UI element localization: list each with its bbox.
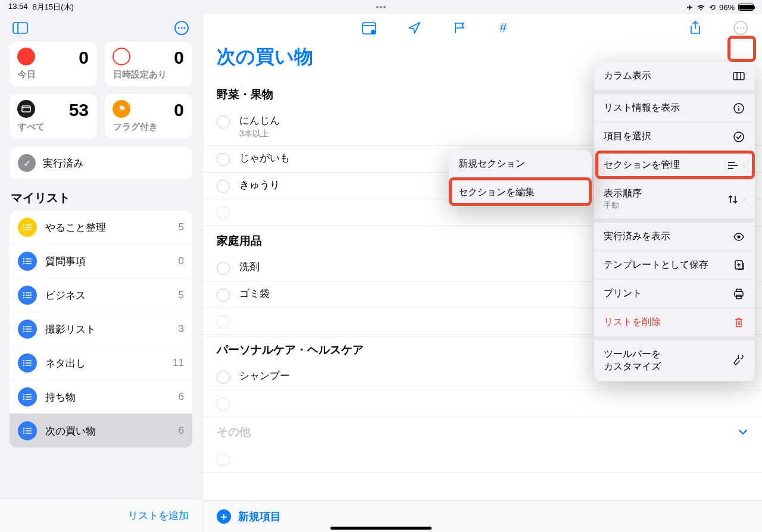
section-name: 家庭用品 <box>217 233 262 249</box>
chevron-right-icon: › <box>743 161 745 170</box>
submenu-item[interactable]: 新規セクション <box>449 150 592 179</box>
more-icon[interactable] <box>731 18 750 37</box>
todo-item[interactable] <box>202 390 762 417</box>
checkbox-icon[interactable] <box>217 115 230 129</box>
tag-icon[interactable]: # <box>495 18 514 37</box>
new-item-label: 新規項目 <box>238 509 281 524</box>
submenu-label: 新規セクション <box>458 158 525 170</box>
svg-point-27 <box>23 328 25 330</box>
list-name: 次の買い物 <box>45 424 96 438</box>
menu-label: プリント <box>604 288 642 298</box>
svg-point-15 <box>23 261 25 262</box>
svg-point-38 <box>23 394 25 396</box>
list-name: ビジネス <box>45 289 86 302</box>
flag-icon[interactable] <box>450 18 469 37</box>
list-name: やること整理 <box>45 221 106 234</box>
svg-rect-72 <box>736 295 741 299</box>
list-count: 6 <box>179 425 184 437</box>
checkbox-icon[interactable] <box>217 453 230 466</box>
menu-item[interactable]: 実行済みを表示 <box>594 223 755 251</box>
completed-row[interactable]: ✓ 実行済み <box>10 147 192 179</box>
sidebar-toggle-icon[interactable] <box>11 18 30 37</box>
svg-rect-71 <box>735 292 743 296</box>
todo-item[interactable] <box>202 446 762 472</box>
context-menu: カラム表示リスト情報を表示項目を選択セクションを管理›表示順序手動›実行済みを表… <box>594 62 755 381</box>
svg-point-46 <box>23 433 25 434</box>
multitask-dots[interactable] <box>376 6 386 8</box>
share-icon[interactable] <box>686 18 705 37</box>
svg-point-33 <box>23 362 25 364</box>
svg-point-45 <box>23 430 25 432</box>
location-icon[interactable] <box>405 18 424 37</box>
menu-label: カラム表示 <box>604 70 651 80</box>
todo-text: じゃがいも <box>239 152 290 165</box>
calendar-icon[interactable] <box>360 18 379 37</box>
menu-item[interactable]: プリント <box>594 280 755 308</box>
list-item[interactable]: 撮影リスト3 <box>10 312 192 346</box>
menu-item[interactable]: テンプレートとして保存 <box>594 251 755 280</box>
smart-card-icon <box>17 100 35 118</box>
smart-card-count: 0 <box>174 48 184 68</box>
list-item[interactable]: 質問事項0 <box>10 244 192 278</box>
todo-text: にんじん <box>239 114 280 127</box>
menu-item[interactable]: セクションを管理› <box>594 151 755 180</box>
list-item[interactable]: 持ち物6 <box>10 380 192 414</box>
completed-label: 実行済み <box>43 157 83 170</box>
checkbox-icon[interactable] <box>217 206 230 220</box>
svg-point-16 <box>23 263 25 265</box>
battery-percent: 96% <box>719 3 735 12</box>
list-item[interactable]: ネタ出し11 <box>10 346 192 380</box>
smart-card-icon: 15 <box>113 48 130 65</box>
battery-icon <box>738 4 754 11</box>
submenu-item[interactable]: セクションを編集 <box>449 179 592 206</box>
list-icon <box>18 421 37 440</box>
menu-label: テンプレートとして保存 <box>604 259 708 270</box>
print-icon <box>732 289 745 299</box>
smart-card-count: 0 <box>79 48 89 68</box>
menu-item[interactable]: リストを削除 <box>594 308 755 340</box>
svg-point-9 <box>23 227 25 229</box>
checkbox-icon[interactable] <box>217 180 230 193</box>
list-count: 5 <box>179 289 184 301</box>
section-header[interactable]: その他 <box>202 417 762 446</box>
checkbox-icon[interactable] <box>217 289 230 302</box>
smart-card-icon: ⚑ <box>113 100 130 118</box>
add-list-button[interactable]: リストを追加 <box>128 510 189 521</box>
more-menu-icon[interactable] <box>172 18 191 37</box>
menu-item[interactable]: 項目を選択 <box>594 123 755 151</box>
list-item[interactable]: ビジネス5 <box>10 278 192 312</box>
smart-card[interactable]: ⚑0フラグ付き <box>105 94 192 139</box>
sidebar: 0今日150日時設定あり53すべて⚑0フラグ付き ✓ 実行済み マイリスト やる… <box>0 14 202 532</box>
main-panel: # 次の買い物 野菜・果物にんじん3本以上じゃがいもきゅうり家庭用品洗剤ゴミ袋パ… <box>202 14 762 532</box>
svg-point-64 <box>734 132 744 142</box>
list-item[interactable]: 次の買い物6 <box>10 414 192 447</box>
check-icon <box>732 132 745 142</box>
checkbox-icon[interactable] <box>217 398 230 411</box>
svg-point-34 <box>23 365 25 367</box>
menu-item[interactable]: ツールバーをカスタマイズ <box>594 340 755 381</box>
menu-item[interactable]: カラム表示 <box>594 62 755 94</box>
smart-card[interactable]: 53すべて <box>10 94 97 139</box>
checkbox-icon[interactable] <box>217 153 230 166</box>
list-item[interactable]: やること整理5 <box>10 211 192 244</box>
menu-item[interactable]: 表示順序手動› <box>594 180 755 223</box>
checkbox-icon[interactable] <box>217 315 230 328</box>
menu-item[interactable]: リスト情報を表示 <box>594 94 755 123</box>
smart-card[interactable]: 0今日 <box>10 42 97 86</box>
checkbox-icon[interactable] <box>217 371 230 384</box>
list-count: 0 <box>179 255 184 267</box>
list-icon <box>18 387 37 406</box>
list-count: 3 <box>179 323 184 335</box>
svg-rect-58 <box>733 73 744 80</box>
menu-label: 実行済みを表示 <box>604 231 670 241</box>
checkbox-icon[interactable] <box>217 262 230 275</box>
list-icon <box>18 252 37 271</box>
list-icon <box>18 286 37 305</box>
svg-point-4 <box>181 27 183 29</box>
smart-card-label: すべて <box>18 121 89 133</box>
smart-card-count: 0 <box>174 100 184 120</box>
new-item-button[interactable]: ＋ 新規項目 <box>202 500 762 532</box>
todo-text: 洗剤 <box>239 261 260 274</box>
list-name: 質問事項 <box>45 255 86 268</box>
smart-card[interactable]: 150日時設定あり <box>105 42 192 86</box>
